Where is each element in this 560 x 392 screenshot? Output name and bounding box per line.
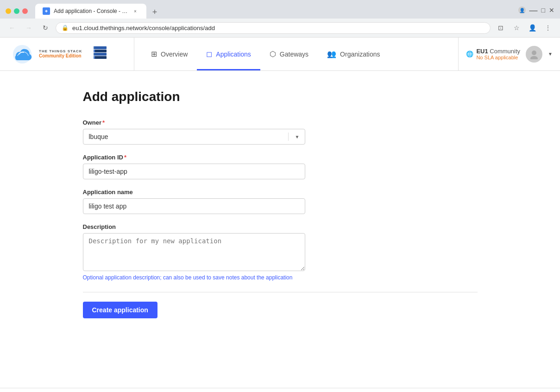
owner-select[interactable]: lbuque bbox=[83, 129, 305, 145]
browser-addressbar: ← → ↻ 🔒 eu1.cloud.thethings.network/cons… bbox=[0, 19, 560, 37]
app-name-label: Application name bbox=[83, 189, 305, 196]
app-id-label: Application ID* bbox=[83, 154, 305, 161]
svg-rect-2 bbox=[94, 56, 107, 59]
nav-overview-label: Overview bbox=[161, 51, 188, 58]
app-wrapper: THE THINGS STACK Community Edition bbox=[0, 38, 560, 388]
forward-button[interactable]: → bbox=[22, 21, 35, 34]
svg-rect-9 bbox=[94, 46, 95, 49]
page-title: Add application bbox=[83, 89, 478, 104]
browser-chrome: Add application - Console - T... × + 👤 —… bbox=[0, 0, 560, 38]
profile-button[interactable]: 👤 bbox=[526, 21, 539, 34]
no-sla-label: No SLA applicable bbox=[476, 55, 520, 60]
gateways-icon: ⬡ bbox=[270, 50, 276, 58]
page-content: Add application Owner* lbuque Applicatio… bbox=[72, 71, 489, 337]
tab-title: Add application - Console - T... bbox=[54, 8, 128, 14]
tab-close-button[interactable]: × bbox=[132, 7, 139, 15]
chrome-profile-icon[interactable]: 👤 bbox=[518, 6, 526, 14]
maximize-button[interactable] bbox=[14, 8, 19, 14]
top-nav: THE THINGS STACK Community Edition bbox=[0, 38, 560, 71]
brand-books-icon bbox=[92, 45, 108, 63]
brand-section: THE THINGS STACK Community Edition bbox=[0, 38, 134, 70]
tab-favicon bbox=[43, 7, 50, 15]
close-button[interactable] bbox=[22, 8, 28, 14]
brand-label: THE THINGS STACK bbox=[39, 49, 82, 54]
address-bar[interactable]: 🔒 eu1.cloud.thethings.network/console/ap… bbox=[56, 22, 491, 34]
menu-button[interactable]: ⋮ bbox=[541, 21, 554, 34]
nav-right: 🌐 EU1 Community No SLA applicable ▼ bbox=[458, 38, 560, 70]
globe-icon: 🌐 bbox=[466, 51, 473, 57]
svg-rect-4 bbox=[94, 50, 107, 52]
owner-group: Owner* lbuque bbox=[83, 119, 305, 145]
nav-overview[interactable]: ⊞ Overview bbox=[142, 38, 197, 70]
browser-titlebar: Add application - Console - T... × + 👤 —… bbox=[0, 0, 560, 19]
svg-rect-5 bbox=[94, 46, 107, 49]
minimize-window-button[interactable]: — bbox=[529, 6, 538, 15]
brand-logo bbox=[11, 43, 33, 65]
back-button[interactable]: ← bbox=[6, 21, 19, 34]
window-controls bbox=[6, 8, 28, 14]
app-name-input[interactable] bbox=[83, 198, 305, 214]
svg-rect-6 bbox=[94, 56, 95, 59]
svg-rect-3 bbox=[94, 53, 107, 56]
restore-window-button[interactable]: □ bbox=[541, 6, 545, 14]
create-application-button[interactable]: Create application bbox=[83, 302, 157, 318]
nav-organizations-label: Organizations bbox=[340, 51, 380, 58]
description-label: Description bbox=[83, 223, 305, 230]
user-avatar[interactable] bbox=[526, 46, 542, 63]
minimize-button[interactable] bbox=[6, 8, 11, 14]
app-id-required-star: * bbox=[124, 154, 126, 161]
community-region: EU1 bbox=[476, 48, 488, 55]
owner-required-star: * bbox=[102, 119, 105, 126]
nav-links: ⊞ Overview ◻ Applications ⬡ Gateways 👥 O… bbox=[134, 38, 458, 70]
page-title-plain: Add bbox=[83, 89, 108, 104]
svg-rect-8 bbox=[94, 50, 95, 52]
organizations-icon: 👥 bbox=[327, 50, 336, 58]
svg-rect-7 bbox=[94, 53, 95, 56]
app-id-group: Application ID* bbox=[83, 154, 305, 179]
nav-organizations[interactable]: 👥 Organizations bbox=[318, 38, 389, 70]
description-group: Description Optional application descrip… bbox=[83, 223, 305, 281]
applications-icon: ◻ bbox=[206, 50, 212, 58]
new-tab-button[interactable]: + bbox=[148, 6, 161, 19]
url-text: eu1.cloud.thethings.network/console/appl… bbox=[72, 25, 484, 32]
form-footer: Create application bbox=[83, 292, 478, 318]
owner-label: Owner* bbox=[83, 119, 305, 126]
refresh-button[interactable]: ↻ bbox=[39, 21, 52, 34]
description-textarea[interactable] bbox=[83, 233, 305, 271]
community-info: 🌐 EU1 Community No SLA applicable bbox=[466, 48, 520, 60]
page-title-bold: application bbox=[112, 89, 180, 104]
svg-point-11 bbox=[530, 56, 538, 59]
address-actions: ⊡ ☆ 👤 ⋮ bbox=[494, 21, 554, 34]
nav-applications[interactable]: ◻ Applications bbox=[197, 38, 260, 70]
bookmark-button[interactable]: ☆ bbox=[510, 21, 523, 34]
overview-icon: ⊞ bbox=[151, 50, 157, 58]
active-tab[interactable]: Add application - Console - T... × bbox=[35, 4, 146, 19]
close-window-button[interactable]: ✕ bbox=[549, 6, 554, 14]
nav-applications-label: Applications bbox=[216, 51, 251, 58]
app-name-group: Application name bbox=[83, 189, 305, 214]
app-id-input[interactable] bbox=[83, 164, 305, 179]
brand-edition: Community Edition bbox=[39, 53, 82, 59]
user-menu-chevron[interactable]: ▼ bbox=[548, 51, 553, 57]
select-divider bbox=[288, 133, 289, 141]
community-name: Community bbox=[490, 48, 520, 55]
nav-gateways[interactable]: ⬡ Gateways bbox=[260, 38, 318, 70]
cast-button[interactable]: ⊡ bbox=[494, 21, 507, 34]
lock-icon: 🔒 bbox=[62, 25, 69, 31]
tab-bar: Add application - Console - T... × + bbox=[35, 4, 161, 19]
description-hint: Optional application description; can al… bbox=[83, 274, 305, 281]
site-footer: © 2021 The Things Stack by The Things Ne… bbox=[0, 388, 560, 392]
nav-gateways-label: Gateways bbox=[280, 51, 308, 58]
svg-point-10 bbox=[532, 51, 536, 55]
owner-select-wrapper: lbuque bbox=[83, 129, 305, 145]
